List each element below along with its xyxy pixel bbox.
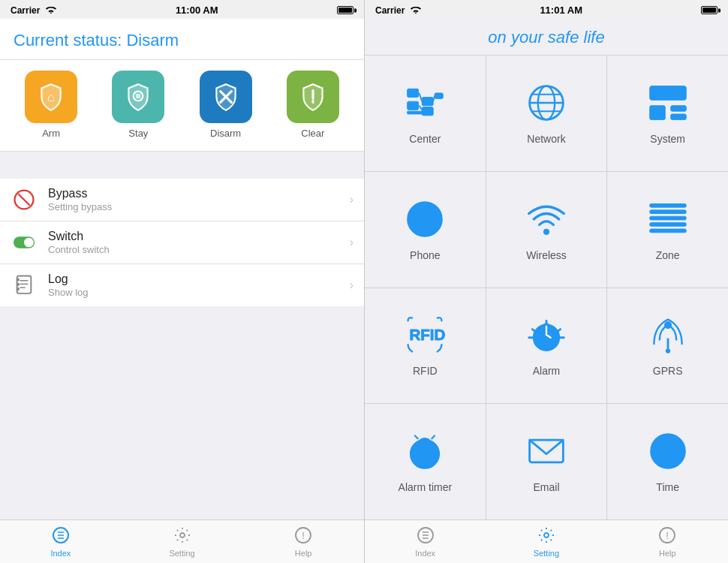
time-label: Time <box>656 481 679 493</box>
grid-rfid[interactable]: RFID RFID <box>365 288 486 404</box>
time-left: 11:00 AM <box>176 5 218 16</box>
tab-help-label-left: Help <box>295 549 312 558</box>
svg-rect-37 <box>649 106 665 120</box>
svg-point-7 <box>24 238 34 248</box>
grid-alarm[interactable]: Alarm <box>486 288 607 404</box>
wifi-icon-right <box>411 6 421 15</box>
svg-rect-36 <box>649 86 686 100</box>
tab-help-left[interactable]: ! Help <box>242 520 364 563</box>
svg-rect-42 <box>649 203 686 207</box>
switch-list-item[interactable]: Switch Control switch › <box>0 221 364 264</box>
svg-text:⌂: ⌂ <box>47 90 55 104</box>
bypass-title: Bypass <box>48 187 350 200</box>
tab-setting-right[interactable]: Setting <box>486 520 606 563</box>
bypass-subtitle: Setting bypass <box>48 201 350 212</box>
grid-system[interactable]: System <box>607 56 728 171</box>
svg-rect-39 <box>670 114 686 119</box>
svg-point-59 <box>664 322 671 329</box>
bypass-list-item[interactable]: Bypass Setting bypass › <box>0 179 364 221</box>
grid-alarm-timer[interactable]: Alarm timer <box>365 404 486 519</box>
disarm-button[interactable]: Disarm <box>200 71 252 139</box>
help-tab-icon-left: ! <box>294 526 312 547</box>
phone-label: Phone <box>410 249 440 261</box>
carrier-left: Carrier <box>11 5 40 16</box>
status-bar-right: Carrier 11:01 AM <box>365 0 728 19</box>
svg-line-64 <box>432 436 435 439</box>
stay-button[interactable]: Stay <box>112 71 164 139</box>
log-list-item[interactable]: Log Show log › <box>0 264 364 306</box>
switch-text: Switch Control switch <box>48 230 350 255</box>
tab-index-label-left: Index <box>50 549 71 558</box>
tab-bar-right: Index Setting ! Help <box>365 519 728 563</box>
grid-gprs[interactable]: GPRS <box>607 288 728 404</box>
tagline: on your safe life <box>365 19 728 55</box>
svg-rect-12 <box>17 278 20 282</box>
svg-rect-22 <box>408 101 419 110</box>
svg-line-29 <box>420 93 423 101</box>
grid-center[interactable]: Center <box>365 56 486 171</box>
wifi-icon-left <box>46 6 56 15</box>
switch-title: Switch <box>48 230 350 243</box>
setting-tab-icon-right <box>537 526 555 547</box>
center-label: Center <box>409 133 441 145</box>
svg-text:!: ! <box>666 530 669 541</box>
tab-bar-left: Index Setting ! Help <box>0 519 364 563</box>
disarm-label: Disarm <box>210 128 241 139</box>
action-buttons-row: ⌂ Arm Stay <box>0 60 364 152</box>
tab-index-right[interactable]: Index <box>365 520 486 563</box>
grid-phone[interactable]: Phone <box>365 172 486 288</box>
alarm-timer-icon <box>404 430 446 475</box>
svg-line-51 <box>558 330 561 332</box>
tab-index-left[interactable]: Index <box>0 520 122 563</box>
network-label: Network <box>527 133 565 145</box>
zone-label: Zone <box>656 249 680 261</box>
bottom-spacer <box>0 306 364 519</box>
time-icon <box>647 430 689 475</box>
stay-icon-bg <box>112 71 164 123</box>
right-content: on your safe life <box>365 19 728 519</box>
bypass-icon <box>11 186 38 213</box>
wireless-label: Wireless <box>526 249 567 261</box>
grid-email[interactable]: Email <box>486 404 607 519</box>
grid-network[interactable]: Network <box>486 56 607 171</box>
tab-help-right[interactable]: ! Help <box>607 520 728 563</box>
svg-line-30 <box>434 96 435 101</box>
grid-time[interactable]: Time <box>607 404 728 519</box>
clear-icon-bg <box>287 71 339 123</box>
alarm-label: Alarm <box>533 365 561 377</box>
switch-icon <box>11 229 38 256</box>
left-content: Current status: Disarm ⌂ Arm <box>0 19 364 519</box>
switch-chevron: › <box>350 236 353 249</box>
system-label: System <box>650 133 685 145</box>
svg-point-41 <box>543 229 549 234</box>
arm-label: Arm <box>42 128 60 139</box>
log-chevron: › <box>350 278 353 292</box>
index-tab-icon-right <box>417 526 435 547</box>
arm-button[interactable]: ⌂ Arm <box>25 71 77 139</box>
grid-zone[interactable]: Zone <box>607 172 728 288</box>
wireless-icon <box>525 198 567 243</box>
battery-left <box>337 6 353 14</box>
grid-wireless[interactable]: Wireless <box>486 172 607 288</box>
system-icon <box>647 82 689 127</box>
svg-rect-44 <box>649 216 686 220</box>
zone-icon <box>647 198 689 243</box>
svg-line-63 <box>415 436 418 439</box>
bypass-chevron: › <box>350 193 353 206</box>
svg-rect-45 <box>649 222 686 226</box>
tab-setting-left[interactable]: Setting <box>122 520 243 563</box>
time-right: 11:01 AM <box>540 5 582 16</box>
left-phone: Carrier 11:00 AM Current status: Disarm <box>0 0 364 563</box>
gprs-icon <box>647 314 689 359</box>
tab-setting-label-right: Setting <box>534 549 559 558</box>
list-section: Bypass Setting bypass › Switch Control s… <box>0 179 364 306</box>
alarm-timer-label: Alarm timer <box>399 481 453 493</box>
setting-tab-icon-left <box>173 526 191 547</box>
svg-rect-46 <box>649 229 686 233</box>
log-subtitle: Show log <box>48 287 350 298</box>
clear-button[interactable]: Clear <box>287 71 339 139</box>
log-icon <box>11 272 38 299</box>
tab-help-label-right: Help <box>659 549 676 558</box>
svg-rect-23 <box>408 89 419 97</box>
status-bar-left: Carrier 11:00 AM <box>0 0 364 19</box>
